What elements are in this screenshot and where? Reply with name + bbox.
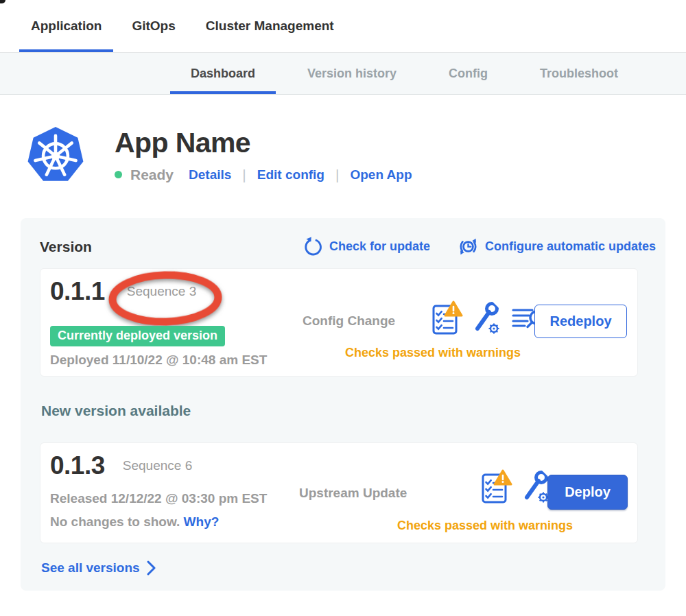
divider: |: [335, 167, 339, 183]
open-app-link[interactable]: Open App: [350, 167, 412, 182]
details-link[interactable]: Details: [189, 167, 231, 182]
auto-update-clock-icon: [458, 236, 479, 257]
new-version-number: 0.1.3: [50, 451, 105, 480]
version-card-title: Version: [40, 239, 92, 255]
see-all-versions-link[interactable]: See all versions: [41, 560, 156, 576]
tab-dashboard[interactable]: Dashboard: [170, 53, 276, 94]
preflight-result-text: Checks passed with warnings: [397, 519, 573, 533]
tab-troubleshoot[interactable]: Troubleshoot: [519, 53, 639, 94]
divider: |: [242, 167, 246, 183]
app-title: App Name: [115, 127, 412, 159]
new-version-heading: New version available: [41, 403, 657, 419]
tab-cluster-management[interactable]: Cluster Management: [194, 0, 346, 52]
refresh-icon: [303, 237, 323, 257]
preflight-result-text: Checks passed with warnings: [345, 346, 521, 360]
configure-auto-updates-link[interactable]: Configure automatic updates: [458, 236, 656, 257]
preflight-checks-icon[interactable]: [480, 469, 512, 505]
configure-auto-updates-label: Configure automatic updates: [485, 239, 656, 254]
top-nav: Application GitOps Cluster Management: [0, 0, 686, 53]
edit-config-link[interactable]: Edit config: [257, 167, 324, 182]
version-source-label: Upstream Update: [299, 486, 407, 501]
chevron-right-icon: [147, 560, 156, 576]
no-changes-label: No changes to show.: [50, 514, 180, 529]
tab-application[interactable]: Application: [19, 0, 113, 52]
why-link[interactable]: Why?: [184, 514, 220, 529]
status-dot-icon: [115, 171, 122, 178]
app-header: App Name Ready Details | Edit config | O…: [24, 122, 686, 187]
tab-config[interactable]: Config: [428, 53, 508, 94]
current-version-sequence: Sequence 3: [127, 284, 196, 299]
tab-version-history[interactable]: Version history: [287, 53, 417, 94]
current-version-number: 0.1.1: [50, 277, 105, 306]
redeploy-button[interactable]: Redeploy: [534, 305, 627, 338]
check-for-update-link[interactable]: Check for update: [303, 237, 430, 257]
preflight-checks-icon[interactable]: [430, 300, 463, 336]
new-version-row: 0.1.3 Sequence 6 Released 12/12/22 @ 03:…: [40, 442, 638, 543]
kubernetes-logo-icon: [24, 122, 87, 187]
tab-gitops[interactable]: GitOps: [120, 0, 187, 52]
version-card: Version Check for update: [21, 218, 665, 591]
edit-config-icon[interactable]: [472, 300, 502, 336]
app-sub-nav: Dashboard Version history Config Trouble…: [0, 53, 686, 95]
currently-deployed-badge: Currently deployed version: [50, 326, 225, 346]
deployed-timestamp: Deployed 11/10/22 @ 10:48 am EST: [50, 353, 267, 368]
new-version-sequence: Sequence 6: [123, 458, 192, 473]
app-status: Ready: [130, 167, 174, 183]
see-all-versions-label: See all versions: [41, 560, 140, 576]
released-timestamp: Released 12/12/22 @ 03:30 pm EST: [50, 491, 267, 506]
version-source-label: Config Change: [303, 313, 395, 329]
check-for-update-label: Check for update: [329, 239, 430, 254]
deploy-button[interactable]: Deploy: [547, 475, 628, 510]
current-version-row: 0.1.1 Sequence 3 Currently deployed vers…: [40, 268, 638, 377]
no-changes-text: No changes to show. Why?: [50, 514, 219, 530]
screen-corner-artifact: [0, 0, 5, 3]
